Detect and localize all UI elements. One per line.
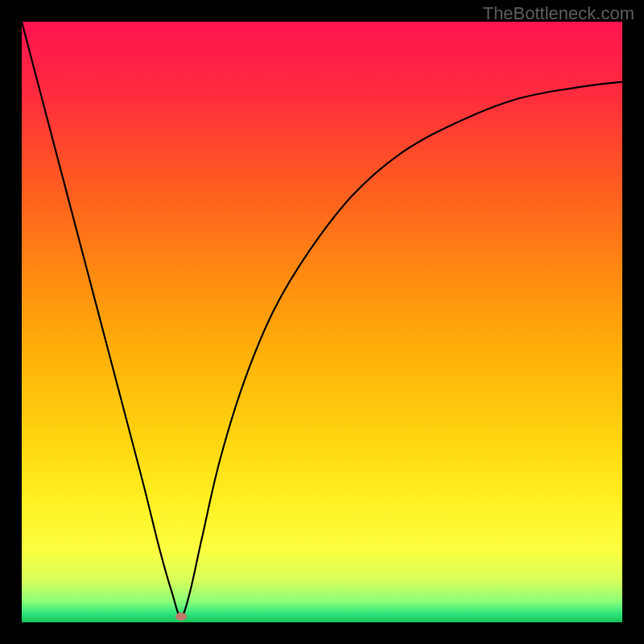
chart-frame: TheBottleneck.com xyxy=(0,0,644,644)
bottleneck-curve xyxy=(22,22,622,622)
watermark-text: TheBottleneck.com xyxy=(483,3,634,24)
plot-area xyxy=(22,22,622,622)
optimal-point-marker xyxy=(175,613,187,621)
